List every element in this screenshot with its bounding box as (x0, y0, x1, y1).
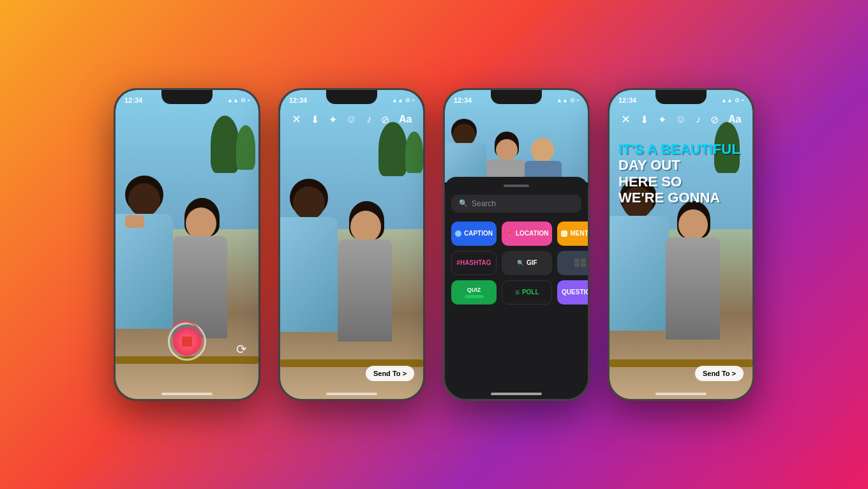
caption-text: IT'S A BEAUTIFUL DAY OUT HERE SO WE'RE G… (618, 141, 744, 206)
text-tool-icon[interactable]: Aa (399, 114, 412, 125)
download-icon[interactable]: ⬇ (311, 114, 319, 126)
tree2-icon (236, 125, 255, 170)
effects-icon-4[interactable]: ✦ (658, 114, 666, 126)
location-icon: 📍 (505, 230, 513, 237)
home-indicator-3 (491, 393, 542, 395)
audio-icon[interactable]: ♪ (366, 114, 371, 125)
home-indicator-4 (655, 393, 707, 395)
sticker-countdown[interactable] (557, 251, 588, 275)
send-to-button-4[interactable]: Send To > (695, 366, 744, 381)
questions-label: QUESTIONS (562, 289, 588, 296)
signal-icon-4: ▲▲ (721, 97, 733, 103)
caption-line-2: DAY OUT (618, 157, 744, 173)
sticker-gif[interactable]: 🔍 GIF (502, 251, 552, 275)
poll-label: POLL (522, 289, 539, 296)
phone-4-caption: 12:34 ▲▲ ⊙ ▪ (608, 88, 754, 401)
effects-icon[interactable]: ✦ (329, 114, 337, 126)
search-icon: 🔍 (459, 199, 468, 207)
audio-icon-4[interactable]: ♪ (696, 114, 701, 125)
close-button[interactable]: ✕ (292, 112, 301, 126)
record-button-container (168, 322, 206, 361)
caption-toolbar: ✕ ⬇ ✦ ☺ ♪ ⊘ Aa (610, 108, 752, 131)
status-icons-4: ▲▲ ⊙ ▪ (721, 97, 744, 103)
phone-1-camera: 12:34 ▲▲ ⊙ ▪ (114, 88, 260, 401)
status-time-4: 12:34 (618, 96, 636, 104)
sticker-search-bar[interactable]: 🔍 Search (451, 195, 581, 213)
location-label: LOCATION (516, 230, 548, 237)
signal-icon-2: ▲▲ (392, 97, 403, 103)
sticker-questions[interactable]: QUESTIONS (557, 280, 588, 305)
sticker-poll[interactable]: ≡ POLL (502, 280, 552, 305)
poll-icon: ≡ (515, 288, 520, 297)
notch-2 (326, 90, 377, 104)
sticker-mention[interactable]: MENTION (557, 222, 588, 246)
sticker-quiz[interactable]: QUIZ (451, 280, 497, 305)
home-indicator-2 (326, 393, 377, 395)
notch-3 (491, 90, 542, 104)
battery-icon: ▪ (248, 97, 250, 103)
status-time-3: 12:34 (454, 96, 472, 104)
caption-dot (455, 230, 461, 237)
wifi-icon-2: ⊙ (405, 97, 410, 103)
caption-line-3: HERE SO (618, 174, 744, 190)
quiz-label: QUIZ (467, 287, 481, 293)
mention-icon (561, 230, 567, 237)
quiz-bar-icon (465, 295, 484, 298)
caption-overlay: IT'S A BEAUTIFUL DAY OUT HERE SO WE'RE G… (618, 141, 744, 206)
stickers-icon-4[interactable]: ☺ (676, 114, 686, 125)
phone-2-editor: 12:34 ▲▲ ⊙ ▪ (278, 88, 425, 401)
mention-label: MENTION (570, 230, 588, 237)
send-to-label: Send To > (373, 370, 407, 377)
home-indicator-1 (161, 393, 213, 395)
editor-toolbar: ✕ ⬇ ✦ ☺ ♪ ⊘ Aa (280, 108, 423, 131)
hashtag-label: #HASHTAG (456, 259, 491, 266)
gif-search-icon: 🔍 (517, 260, 524, 266)
sticker-panel: 🔍 Search CAPTION 📍 LOCATION MENTION (445, 177, 588, 399)
record-outer-ring (168, 322, 206, 361)
gif-label: GIF (527, 259, 537, 266)
caption-line-4: WE'RE GONNA (618, 190, 744, 206)
sticker-location[interactable]: 📍 LOCATION (502, 222, 552, 246)
status-icons-3: ▲▲ ⊙ ▪ (557, 97, 579, 103)
person2-2 (331, 198, 408, 364)
battery-icon-3: ▪ (577, 97, 579, 103)
signal-icon: ▲▲ (227, 97, 239, 103)
record-arc (167, 321, 202, 357)
panel-handle (504, 184, 529, 187)
sticker-caption[interactable]: CAPTION (451, 222, 497, 246)
mute-icon-4[interactable]: ⊘ (710, 114, 719, 126)
sticker-grid: CAPTION 📍 LOCATION MENTION #HASHTAG (451, 222, 581, 305)
search-placeholder: Search (472, 199, 496, 208)
wifi-icon-4: ⊙ (735, 97, 740, 103)
status-time-2: 12:34 (289, 96, 307, 104)
battery-icon-2: ▪ (412, 97, 414, 103)
text-tool-icon-4[interactable]: Aa (728, 114, 741, 125)
notch-1 (161, 90, 213, 104)
caption-label: CAPTION (464, 230, 493, 237)
notch-4 (655, 90, 707, 104)
tree-icon (211, 116, 239, 173)
status-icons-1: ▲▲ ⊙ ▪ (227, 97, 250, 103)
countdown-grid-icon (574, 259, 587, 267)
editor-background (280, 90, 423, 399)
flip-camera-icon[interactable]: ⟳ (236, 342, 247, 357)
send-to-button[interactable]: Send To > (366, 366, 414, 381)
caption-line-1: IT'S A BEAUTIFUL (618, 141, 744, 157)
tree2-icon-2 (405, 132, 423, 173)
wifi-icon-3: ⊙ (570, 97, 575, 103)
stickers-icon[interactable]: ☺ (347, 114, 357, 125)
close-button-4[interactable]: ✕ (621, 112, 631, 126)
status-time-1: 12:34 (124, 96, 142, 104)
phone-3-stickers: 12:34 ▲▲ ⊙ ▪ (443, 88, 590, 401)
caption-background (610, 90, 752, 399)
sticker-hashtag[interactable]: #HASHTAG (451, 251, 497, 275)
signal-icon-3: ▲▲ (557, 97, 568, 103)
download-icon-4[interactable]: ⬇ (640, 114, 648, 126)
send-to-label-4: Send To > (703, 370, 736, 377)
person3-3 (521, 138, 572, 183)
battery-icon-4: ▪ (742, 97, 744, 103)
wifi-icon: ⊙ (241, 97, 246, 103)
mute-icon[interactable]: ⊘ (381, 114, 389, 126)
status-icons-2: ▲▲ ⊙ ▪ (392, 97, 414, 103)
person2-4 (661, 198, 737, 364)
